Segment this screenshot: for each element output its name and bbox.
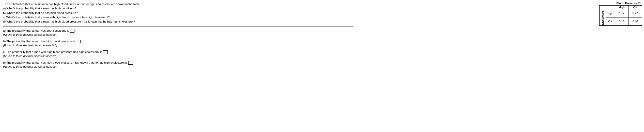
question-b-line: b) The probability that a man has high b… (3, 40, 353, 43)
row-high-val2: 0.27 (629, 9, 642, 17)
question-a-block: a) The probability that a man has both c… (3, 29, 353, 36)
intro-line2: a) What's the probability that a man has… (3, 6, 353, 11)
question-c-input[interactable] (103, 50, 108, 54)
row-ok-val1: 0.16 (615, 17, 629, 25)
question-b-text: b) The probability that a man has high b… (3, 40, 75, 43)
question-a-note: (Round to three decimal places as needed… (3, 33, 353, 36)
row-high-label: High (606, 9, 615, 17)
question-a-line: a) The probability that a man has both c… (3, 29, 353, 33)
bp-title-row: Blood Pressure ☑ (600, 2, 642, 6)
divider (3, 26, 353, 27)
bp-header-empty (600, 6, 615, 9)
bp-col-ok: OK (629, 6, 642, 9)
question-c-line: c) The probability that a man with high … (3, 50, 353, 54)
row-high-val1: 0.17 (615, 9, 629, 17)
question-d-note: (Round to three decimal places as needed… (3, 65, 353, 68)
question-b-block: b) The probability that a man has high b… (3, 40, 353, 47)
question-c-note: (Round to three decimal places as needed… (3, 54, 353, 58)
question-d-block: d) The probability that a man has high b… (3, 61, 353, 68)
row-ok-label: OK (606, 17, 615, 25)
intro-line1: The probabilities that an adult man has … (3, 2, 353, 6)
bp-header-row: High OK (600, 6, 642, 9)
question-b-input[interactable] (76, 40, 81, 43)
bp-table: Blood Pressure ☑ High OK Cholesterol Hig… (599, 2, 642, 26)
question-a-period: . (75, 29, 76, 32)
question-d-text: d) The probability that a man has high b… (3, 61, 128, 64)
check-icon: ☑ (638, 2, 640, 5)
intro-line5: d) What's the probability that a man has… (3, 20, 353, 24)
intro-text: The probabilities that an adult man has … (3, 2, 353, 24)
question-d-line: d) The probability that a man has high b… (3, 61, 353, 65)
question-d-input[interactable] (128, 61, 133, 65)
question-a-input[interactable] (70, 29, 74, 33)
question-b-note: (Round to three decimal places as needed… (3, 44, 353, 47)
question-b-period: . (81, 40, 82, 43)
intro-line3: b) What's the probability that he has hi… (3, 11, 353, 15)
main-content: The probabilities that an adult man has … (0, 0, 356, 74)
cholesterol-label: Cholesterol (600, 9, 606, 26)
table-corner (600, 2, 615, 6)
table-row-high: Cholesterol High 0.17 0.27 (600, 9, 642, 17)
row-ok-val2: 0.40 (629, 17, 642, 25)
question-c-text: c) The probability that a man with high … (3, 50, 102, 53)
bp-col-high: High (615, 6, 629, 9)
bp-title: Blood Pressure ☑ (615, 2, 642, 6)
intro-line4: c) What's the probability that a man wit… (3, 15, 353, 20)
table-container: Blood Pressure ☑ High OK Cholesterol Hig… (599, 2, 642, 26)
question-c-block: c) The probability that a man with high … (3, 50, 353, 58)
question-a-text: a) The probability that a man has both c… (3, 29, 69, 32)
question-d-period: . (134, 61, 134, 64)
question-c-period: . (108, 50, 109, 53)
